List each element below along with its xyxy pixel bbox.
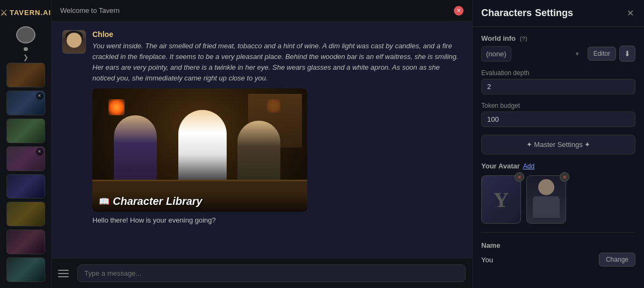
eval-depth-input[interactable]	[481, 79, 635, 94]
avatar-y-letter: Y	[494, 187, 509, 212]
user-avatar[interactable]	[16, 26, 35, 43]
menu-button[interactable]	[58, 266, 73, 281]
figure-right	[237, 121, 280, 185]
avatar-item-y: Y ✕	[481, 175, 521, 224]
export-button[interactable]: ⬇	[619, 46, 635, 62]
title-characters: Characters	[481, 8, 532, 19]
sidebar: ⚔ TAVERN.AI ❯ ✕ ✕	[0, 0, 52, 288]
right-panel-header: Characters Settings ✕	[473, 0, 644, 27]
topbar: Welcome to Tavern ✕	[52, 0, 472, 21]
close-icon[interactable]: ✕	[36, 148, 44, 156]
add-avatar-link[interactable]: Add	[523, 163, 534, 170]
topbar-left: Welcome to Tavern	[60, 6, 120, 14]
character-description: You went inside. The air smelled of frie…	[92, 41, 461, 84]
right-panel-title: Characters Settings	[481, 8, 573, 19]
avatar-grid: Y ✕ ✕	[481, 175, 635, 224]
book-icon: 📖	[99, 196, 110, 206]
topbar-welcome-text: Welcome to Tavern	[60, 6, 120, 14]
message-input[interactable]	[77, 264, 466, 282]
figure-left	[114, 115, 157, 185]
person-head	[538, 179, 554, 195]
separator	[481, 232, 635, 233]
status-dot	[24, 47, 28, 51]
name-row: You Change	[481, 253, 635, 267]
right-panel-body: World info (?) (none) ▼ Editor ⬇ Evaluat…	[473, 27, 644, 274]
eval-depth-label: Evaluation depth	[481, 69, 635, 77]
your-avatar-section: Your Avatar Add Y ✕ ✕	[481, 162, 635, 224]
main-chat-area: Welcome to Tavern ✕ Chloe You went insid…	[52, 0, 472, 288]
image-overlay-text: Character Library	[113, 195, 202, 208]
list-item[interactable]	[6, 202, 45, 226]
menu-line-2	[58, 273, 69, 274]
name-label: Name	[481, 241, 635, 249]
eval-depth-group: Evaluation depth	[481, 69, 635, 94]
hello-message: Hello there! How is your evening going?	[92, 216, 461, 224]
person-body	[533, 196, 560, 218]
avatar-item-person: ✕	[526, 175, 566, 224]
remove-avatar-person-button[interactable]: ✕	[560, 172, 569, 182]
master-settings-button[interactable]: ✦ Master Settings ✦	[481, 135, 635, 154]
token-budget-input[interactable]	[481, 112, 635, 127]
menu-line-3	[58, 276, 69, 277]
list-item[interactable]	[6, 230, 45, 254]
logo-text: TAVERN.AI	[10, 9, 51, 17]
list-item[interactable]	[6, 257, 45, 282]
world-info-select-wrapper: (none) ▼	[481, 46, 584, 62]
token-budget-label: Token budget	[481, 102, 635, 109]
character-name: Chloe	[92, 30, 461, 39]
list-item[interactable]: ✕	[6, 146, 45, 171]
avatar-image	[63, 31, 85, 53]
image-overlay: 📖 Character Library	[92, 191, 307, 212]
right-panel: Characters Settings ✕ World info (?) (no…	[472, 0, 644, 288]
master-settings-label: ✦ Master Settings ✦	[526, 141, 591, 149]
close-button[interactable]: ✕	[454, 6, 464, 16]
world-info-hint: (?)	[520, 35, 527, 42]
logo[interactable]: ⚔ TAVERN.AI	[0, 4, 52, 21]
panel-close-button[interactable]: ✕	[625, 8, 635, 19]
name-section: Name You Change	[481, 241, 635, 267]
chat-image[interactable]: 📖 Character Library	[92, 88, 307, 212]
change-name-button[interactable]: Change	[599, 253, 635, 267]
chat-input-bar	[52, 258, 472, 288]
chevron-down-icon: ▼	[575, 51, 580, 57]
menu-line-1	[58, 270, 69, 271]
token-budget-group: Token budget	[481, 102, 635, 127]
editor-button[interactable]: Editor	[588, 47, 616, 61]
figure-center	[178, 110, 227, 185]
list-item[interactable]	[6, 174, 45, 199]
logo-icon: ⚔	[0, 8, 8, 18]
avatar-person[interactable]	[526, 175, 566, 224]
list-item[interactable]	[6, 119, 45, 143]
avatar-label-row: Your Avatar Add	[481, 162, 635, 170]
your-avatar-label: Your Avatar	[481, 162, 520, 170]
world-info-label: World info (?)	[481, 34, 635, 42]
close-icon[interactable]: ✕	[36, 92, 44, 100]
character-avatar	[62, 30, 86, 54]
world-info-row: (none) ▼ Editor ⬇	[481, 46, 635, 62]
lantern-left	[108, 99, 125, 115]
chat-body: Chloe You went inside. The air smelled o…	[92, 30, 461, 224]
remove-avatar-y-button[interactable]: ✕	[515, 172, 524, 182]
chat-content: Chloe You went inside. The air smelled o…	[52, 21, 472, 258]
avatar-y[interactable]: Y	[481, 175, 521, 224]
world-info-label-text: World info	[481, 34, 516, 42]
chat-message: Chloe You went inside. The air smelled o…	[62, 30, 461, 224]
world-info-section: World info (?) (none) ▼ Editor ⬇	[481, 34, 635, 62]
world-info-select[interactable]: (none)	[481, 46, 511, 62]
list-item[interactable]	[6, 63, 45, 87]
name-value: You	[481, 256, 493, 264]
avatar-face	[67, 33, 82, 48]
list-item[interactable]: ✕	[6, 91, 45, 115]
title-settings: Settings	[535, 8, 573, 19]
chevron-down-icon[interactable]: ❯	[23, 54, 28, 61]
